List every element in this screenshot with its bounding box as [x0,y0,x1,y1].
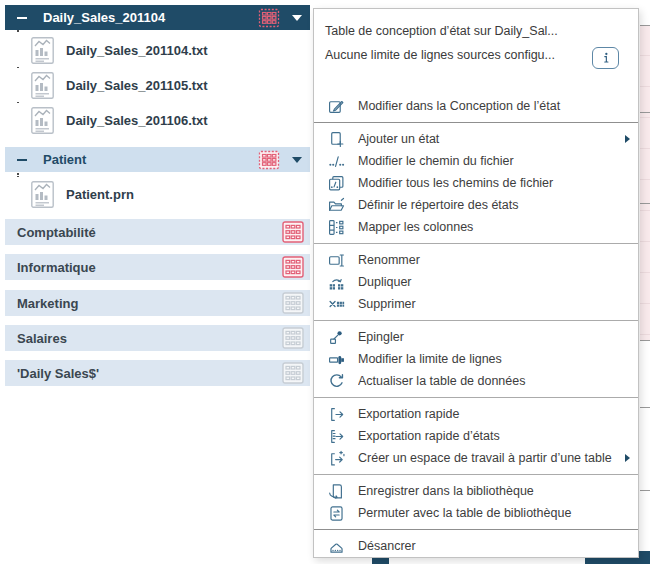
group-bar-label: Salaires [17,331,282,346]
group-bar-daily-sales[interactable]: 'Daily Sales$' [5,360,310,386]
background-table-rows [640,25,650,340]
background-grid-line [640,112,650,113]
background-grid-line [640,25,650,26]
save-library-icon [328,483,345,500]
table-grid-icon [282,221,304,243]
folder-icon [328,197,345,214]
group-bar-marketing[interactable]: Marketing [5,290,310,316]
menu-item-pin[interactable]: Epingler [314,326,638,348]
swap-library-icon [328,505,345,522]
menu-item-create-workspace-from-table[interactable]: Créer un espace de travail à partir d’un… [314,447,638,469]
tree-header-daily-sales-201104[interactable]: Daily_Sales_201104 [5,5,310,30]
quick-export-reports-icon [328,428,345,445]
chevron-down-icon[interactable] [292,157,302,163]
group-bar-informatique[interactable]: Informatique [5,254,310,280]
undock-icon [328,538,345,555]
menu-separator [314,529,638,530]
tree-item-daily-sales-201105-txt[interactable]: Daily_Sales_201105.txt [0,68,310,102]
tree-item-daily-sales-201106-txt[interactable]: Daily_Sales_201106.txt [0,103,310,137]
menu-item-quick-export-reports[interactable]: Exportation rapide d’états [314,425,638,447]
refresh-icon [328,373,345,390]
group-bar-label: Comptabilité [17,225,282,240]
duplicate-icon [328,274,345,291]
report-file-icon [31,37,54,64]
report-file-icon [31,72,54,99]
tree-header-patient[interactable]: Patient [5,147,310,172]
collapse-minus-icon[interactable] [17,17,27,19]
delete-icon [328,296,345,313]
menu-separator [314,122,638,123]
row-limit-icon [328,351,345,368]
tree-item-label: Daily_Sales_201105.txt [66,78,208,93]
background-grid-line [640,340,650,341]
chevron-down-icon[interactable] [292,15,302,21]
submenu-arrow-icon [625,454,630,462]
tree-item-label: Patient.prn [66,187,134,202]
menu-separator [314,243,638,244]
menu-item-quick-export[interactable]: Exportation rapide [314,403,638,425]
background-grid-line [640,490,650,491]
menu-separator [314,320,638,321]
pin-icon [328,329,345,346]
tree-item-patient-prn[interactable]: Patient.prn [0,177,310,211]
table-grid-icon [282,362,304,384]
menu-item-add-report[interactable]: Ajouter un état [314,128,638,150]
group-bar-salaires[interactable]: Salaires [5,325,310,351]
map-columns-icon [328,219,345,236]
menu-item-edit-all-file-paths[interactable]: Modifier tous les chemins de fichier [314,172,638,194]
info-icon [599,51,613,65]
menu-item-edit-in-report-design[interactable]: Modifier dans la Conception de l’état [314,95,638,117]
rename-icon [328,252,345,269]
table-status-icon [256,8,282,28]
context-menu: Table de conception d’état sur Daily_Sal… [313,8,639,558]
menu-item-set-reports-directory[interactable]: Définir le répertoire des états [314,194,638,216]
group-bar-comptabilite[interactable]: Comptabilité [5,219,310,245]
quick-export-icon [328,406,345,423]
group-bar-label: 'Daily Sales$' [17,366,282,381]
table-grid-icon [282,327,304,349]
info-button[interactable] [592,47,619,69]
add-report-icon [328,131,345,148]
menu-item-save-to-library[interactable]: Enregistrer dans la bibliothèque [314,480,638,502]
table-grid-icon [282,292,304,314]
tree-item-label: Daily_Sales_201106.txt [66,113,208,128]
menu-item-map-columns[interactable]: Mapper les colonnes [314,216,638,238]
export-workspace-icon [328,450,345,467]
table-status-icon [256,150,282,170]
tree-header-label: Patient [43,152,250,167]
edit-report-icon [328,98,345,115]
submenu-arrow-icon [625,135,630,143]
menu-item-refresh-data-table[interactable]: Actualiser la table de données [314,370,638,392]
tree-item-label: Daily_Sales_201104.txt [66,43,208,58]
report-file-icon [31,107,54,134]
background-grid-line [640,407,650,408]
group-bar-label: Marketing [17,296,282,311]
tree-item-daily-sales-201104-txt[interactable]: Daily_Sales_201104.txt [0,33,310,67]
menu-separator [314,474,638,475]
report-file-icon [31,181,54,208]
group-bar-label: Informatique [17,260,282,275]
menu-item-swap-with-library-table[interactable]: Permuter avec la table de bibliothèque [314,502,638,524]
file-path-icon [328,153,345,170]
menu-item-duplicate[interactable]: Dupliquer [314,271,638,293]
context-menu-title: Table de conception d’état sur Daily_Sal… [325,21,638,41]
collapse-minus-icon[interactable] [17,159,27,161]
menu-item-rename[interactable]: Renommer [314,249,638,271]
all-file-paths-icon [328,175,345,192]
menu-item-edit-file-path[interactable]: Modifier le chemin du fichier [314,150,638,172]
background-grid-line [640,203,650,204]
table-grid-icon [282,256,304,278]
menu-item-undock[interactable]: Désancrer [314,535,638,557]
app-window: { "colors": { "accent_navy": "#1f4b67", … [0,0,650,564]
tree-header-label: Daily_Sales_201104 [43,10,250,25]
menu-item-delete[interactable]: Supprimer [314,293,638,315]
menu-separator [314,397,638,398]
menu-item-edit-row-limit[interactable]: Modifier la limite de lignes [314,348,638,370]
